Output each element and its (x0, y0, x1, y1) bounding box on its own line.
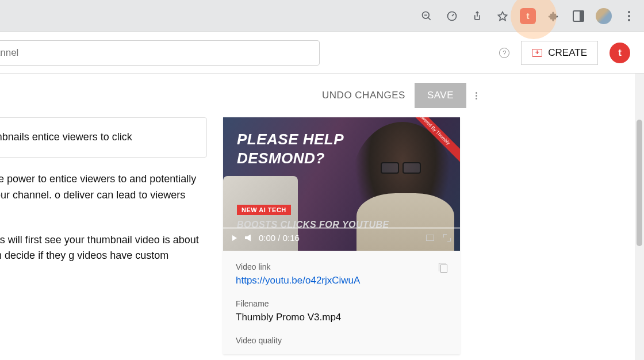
title-line1: PLEASE HELP (237, 131, 344, 148)
filename-value: Thumbly Promo V3.mp4 (236, 312, 447, 323)
copy-icon[interactable] (440, 265, 447, 273)
more-options-icon[interactable] (476, 92, 477, 99)
create-button[interactable]: CREATE (521, 41, 598, 65)
tag-badge: NEW AI TECH (237, 205, 291, 215)
video-panel: Powered By Thumbly PLEASE HELP DESMOND? … (223, 117, 460, 354)
scrollbar-thumb[interactable] (637, 120, 642, 246)
fullscreen-icon[interactable] (443, 234, 451, 242)
svg-line-4 (452, 14, 454, 16)
side-panel-icon[interactable] (568, 6, 589, 26)
video-meta: Video link https://youtu.be/o42rjxCiwuA … (223, 251, 460, 354)
action-bar: UNDO CHANGES SAVE (0, 74, 644, 113)
video-link[interactable]: https://youtu.be/o42rjxCiwuA (236, 275, 447, 286)
toolbar-actions: t (416, 6, 639, 26)
person-silhouette (351, 122, 454, 251)
player-right-controls (426, 234, 451, 242)
speedometer-icon[interactable] (442, 6, 462, 26)
avatar-letter: t (618, 47, 622, 59)
extension-letter: t (527, 11, 530, 21)
title-line2: DESMOND? (237, 150, 325, 167)
paragraph-1: umbnail has the power to entice viewers … (0, 171, 207, 220)
filename-label: Filename (236, 299, 447, 308)
puzzle-icon[interactable] (543, 6, 564, 26)
search-wrap (0, 40, 320, 66)
app-header: ? CREATE t (0, 32, 644, 74)
search-input[interactable] (0, 40, 320, 66)
text-box-1-text: o gets. Thumbnails entice viewers to cli… (0, 131, 132, 143)
quality-label: Video quality (236, 336, 447, 345)
header-right: ? CREATE t (499, 41, 630, 65)
share-icon[interactable] (467, 6, 488, 26)
paragraph-2: Usually, viewers will first see your thu… (0, 232, 207, 281)
undo-button[interactable]: UNDO CHANGES (322, 90, 405, 101)
star-icon[interactable] (492, 6, 513, 26)
play-icon[interactable] (232, 235, 237, 241)
profile-avatar[interactable] (593, 6, 614, 26)
svg-line-1 (428, 17, 431, 20)
miniplayer-icon[interactable] (426, 235, 434, 241)
video-link-label: Video link (236, 262, 447, 271)
video-panel-column: Powered By Thumbly PLEASE HELP DESMOND? … (223, 117, 460, 354)
time-display: 0:00 / 0:16 (259, 233, 300, 243)
kebab-icon[interactable] (619, 6, 639, 26)
video-thumbnail[interactable]: Powered By Thumbly PLEASE HELP DESMOND? … (223, 117, 460, 251)
svg-marker-5 (499, 12, 507, 20)
create-icon (532, 49, 542, 57)
save-button[interactable]: SAVE (415, 83, 466, 108)
scrollbar[interactable] (635, 74, 644, 360)
help-icon[interactable]: ? (499, 48, 509, 58)
volume-icon[interactable] (245, 235, 251, 242)
glasses-shape (381, 162, 421, 173)
app-avatar[interactable]: t (610, 43, 630, 63)
content: o gets. Thumbnails entice viewers to cli… (0, 113, 644, 354)
create-label: CREATE (548, 47, 587, 59)
left-column: o gets. Thumbnails entice viewers to cli… (0, 117, 207, 354)
thumbnail-title: PLEASE HELP DESMOND? (237, 130, 344, 167)
player-controls: 0:00 / 0:16 (232, 233, 451, 243)
progress-bar[interactable] (223, 227, 460, 229)
browser-toolbar: t (0, 0, 644, 32)
extension-badge[interactable]: t (518, 6, 538, 26)
zoom-out-icon[interactable] (416, 6, 437, 26)
text-box-1: o gets. Thumbnails entice viewers to cli… (0, 117, 207, 158)
